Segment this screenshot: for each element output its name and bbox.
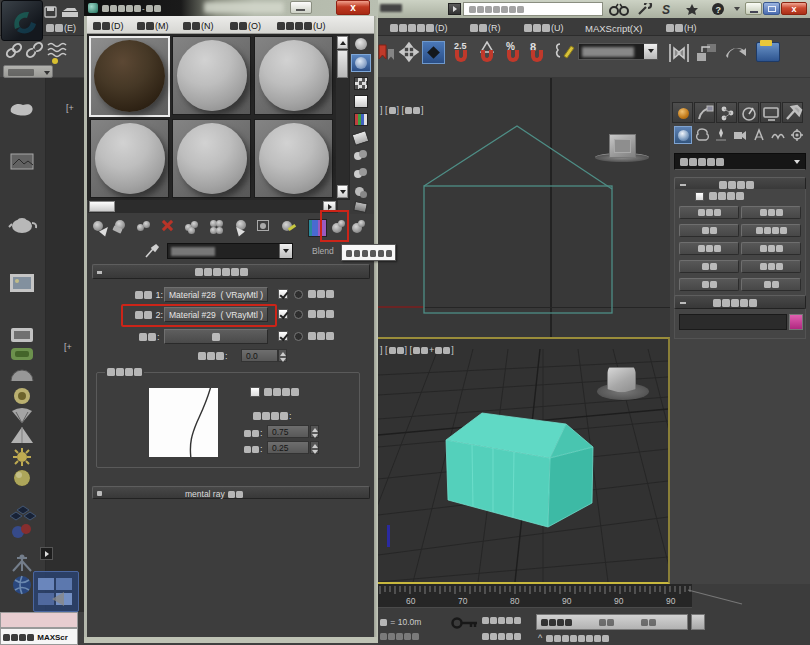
- svg-text:70: 70: [458, 596, 468, 606]
- svg-text:90: 90: [614, 596, 624, 606]
- svg-text:90: 90: [562, 596, 572, 606]
- svg-text:?: ?: [716, 5, 722, 15]
- svg-text:S: S: [662, 3, 670, 16]
- svg-text:90: 90: [666, 596, 676, 606]
- svg-text:80: 80: [510, 596, 520, 606]
- svg-text:60: 60: [406, 596, 416, 606]
